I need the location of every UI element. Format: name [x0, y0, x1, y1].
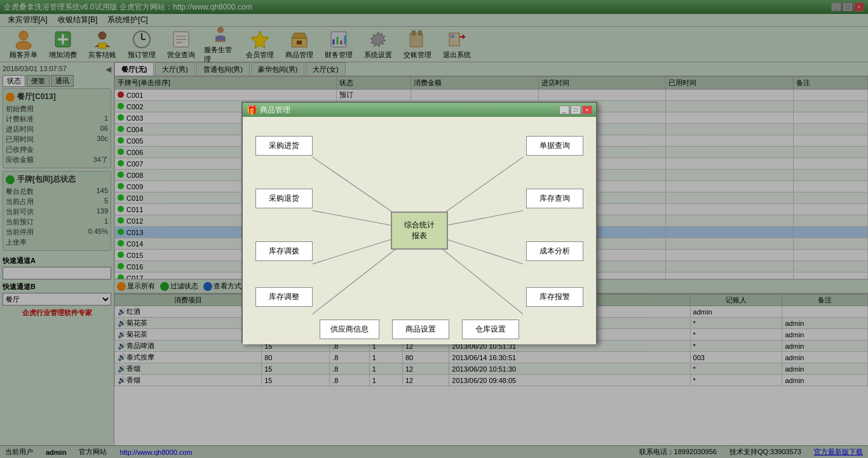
col-header-id: 手牌号[单击排序] — [115, 77, 337, 90]
doc-query-btn-label[interactable]: 单据查询 — [526, 136, 583, 156]
cell-consume-amount: 15 — [262, 375, 330, 386]
cell-remark — [793, 181, 867, 192]
menu-cashier[interactable]: 收银结算[B] — [53, 14, 103, 26]
toolbar-settings[interactable]: 系统设置 — [360, 27, 397, 62]
toolbar-biz-query[interactable]: 营业查询 — [163, 27, 200, 62]
tab-luxury-room-male[interactable]: 豪华包间(男) — [251, 62, 304, 76]
filter-status-btn[interactable]: 过滤状态 — [160, 281, 198, 291]
svg-rect-27 — [418, 30, 422, 36]
cell-consume-4: 1 — [369, 363, 402, 375]
cell-id: C001 — [115, 90, 337, 101]
room-section-title: 餐厅[C013] — [6, 91, 108, 102]
close-button[interactable]: × — [854, 3, 864, 11]
svg-rect-26 — [412, 30, 416, 36]
goods-settings-btn[interactable]: 商品设置 — [392, 320, 449, 339]
toolbar-waiter[interactable]: 服务生管理 — [202, 22, 239, 66]
toolbar-booking[interactable]: 预订管理 — [123, 27, 160, 62]
svg-rect-18 — [297, 41, 302, 44]
tab-comms[interactable]: 通讯 — [51, 75, 74, 87]
svg-point-14 — [217, 27, 224, 33]
modal-stock-transfer-btn[interactable]: 库存调拨 — [255, 241, 313, 261]
cell-usedtime — [666, 170, 794, 181]
modal-stock-adjust-btn[interactable]: 库存调整 — [255, 287, 313, 307]
stock-transfer-btn-label[interactable]: 库存调拨 — [255, 241, 313, 261]
supplier-info-btn[interactable]: 供应商信息 — [320, 320, 379, 339]
cell-consume-amount: 15 — [262, 363, 330, 375]
tab-normal-room-male[interactable]: 普通包间(男) — [196, 62, 250, 76]
consume-row[interactable]: 🔊香烟 15 .8 1 12 2013/06/20 10:51:30 * adm… — [115, 363, 868, 375]
svg-point-1 — [16, 41, 31, 50]
cell-remark — [793, 147, 867, 158]
modal-purchase-in-btn[interactable]: 采购进货 — [255, 136, 313, 156]
modal-controls[interactable]: _ □ × — [559, 105, 592, 114]
modal-center-btn[interactable]: 综合统计报表 — [391, 212, 448, 250]
toolbar: 顾客开单 增加消费 宾客结账 预订管理 营业查询 服务生管理 会员管理 — [0, 27, 868, 62]
toolbar-booking-label: 预订管理 — [128, 50, 156, 60]
modal-doc-query-btn[interactable]: 单据查询 — [526, 136, 583, 156]
view-mode-icon — [203, 282, 212, 291]
modal-maximize-btn[interactable]: □ — [571, 105, 581, 114]
quick-select-b[interactable]: 餐厅 — [3, 293, 111, 306]
col-header-intime: 进店时间 — [538, 77, 666, 90]
consume-row[interactable]: 🔊泰式按摩 80 .8 1 80 2013/06/14 16:30:51 003… — [115, 352, 868, 363]
cell-consume-item: 🔊香烟 — [115, 375, 262, 386]
status-support: 技术支持QQ:33903573 — [729, 447, 801, 457]
show-all-btn[interactable]: 显示所有 — [117, 281, 155, 291]
toolbar-open-guest[interactable]: 顾客开单 — [5, 27, 42, 62]
toolbar-member[interactable]: 会员管理 — [241, 27, 278, 62]
toolbar-checkout[interactable]: 宾客结账 — [84, 27, 121, 62]
goods-modal: 🎁 商品管理 _ □ × — [241, 102, 597, 343]
modal-stock-query-btn[interactable]: 库存查询 — [526, 189, 583, 208]
minimize-button[interactable]: _ — [831, 3, 841, 11]
toolbar-finance-label: 财务管理 — [325, 50, 353, 60]
tab-hall-female[interactable]: 大厅(女) — [306, 62, 345, 76]
modal-bottom-bar: 供应商信息 商品设置 仓库设置 — [243, 320, 596, 339]
tab-status[interactable]: 状态 — [3, 75, 25, 87]
toolbar-exit[interactable]: 退出系统 — [438, 27, 475, 62]
view-mode-btn[interactable]: 查看方式 — [203, 281, 241, 291]
warehouse-settings-btn[interactable]: 仓库设置 — [462, 320, 519, 339]
quick-input-a[interactable] — [3, 267, 111, 280]
cell-consume-item: 🔊红酒 — [115, 306, 262, 318]
modal-close-btn[interactable]: × — [582, 105, 592, 114]
purchase-in-btn-label[interactable]: 采购进货 — [255, 136, 313, 156]
cell-remark — [793, 215, 867, 227]
title-bar: 企虎桑拿洗浴管理系统v6.0试用版 企虎官方网站：http://www.qh80… — [0, 0, 868, 14]
modal-minimize-btn[interactable]: _ — [559, 105, 569, 114]
tab-dining-none[interactable]: 餐厅(无) — [114, 62, 154, 76]
quick-channel-b: 快速通道B 餐厅 — [3, 282, 111, 306]
btm-col-remark: 备注 — [782, 295, 868, 306]
menu-guest[interactable]: 来宾管理[A] — [3, 14, 53, 26]
modal-cost-analysis-btn[interactable]: 成本分析 — [526, 241, 583, 261]
tab-hall-male[interactable]: 大厅(男) — [155, 62, 194, 76]
btm-col-recorder: 记账人 — [690, 295, 782, 306]
room-status-section: 餐厅[C013] 初始费用 计费标准1 进店时间06 已用时间30c 已收押金 … — [3, 88, 111, 168]
modal-purchase-return-btn[interactable]: 采购退货 — [255, 189, 313, 208]
tab-note[interactable]: 便签 — [27, 75, 50, 87]
stock-query-btn-label[interactable]: 库存查询 — [526, 189, 583, 208]
consume-row[interactable]: 🔊香烟 15 .8 1 12 2013/06/20 09:48:05 * adm… — [115, 375, 868, 386]
menu-bar: 来宾管理[A] 收银结算[B] 系统维护[C] — [0, 14, 868, 27]
toolbar-add-consume[interactable]: 增加消费 — [44, 27, 81, 62]
exit-icon — [447, 29, 467, 50]
stock-adjust-btn-label[interactable]: 库存调整 — [255, 287, 313, 307]
cell-consume-4: 1 — [369, 375, 402, 386]
toolbar-handover[interactable]: 交账管理 — [399, 27, 436, 62]
stock-alert-btn-label[interactable]: 库存报警 — [526, 287, 583, 307]
cost-analysis-btn-label[interactable]: 成本分析 — [526, 241, 583, 261]
toolbar-goods[interactable]: 商品管理 — [281, 27, 318, 62]
show-all-icon — [117, 282, 126, 291]
table-row[interactable]: C001 预订 — [115, 90, 868, 101]
toolbar-finance[interactable]: 财务管理 — [320, 27, 357, 62]
cell-consume-remark: admin — [782, 318, 868, 329]
modal-body: 综合统计报表 采购进货 采购退货 库存调拨 库存调整 单据查询 库存查询 — [243, 117, 596, 344]
nav-arrow[interactable]: ◀ — [105, 65, 111, 74]
maximize-button[interactable]: □ — [843, 3, 853, 11]
window-controls[interactable]: _ □ × — [831, 3, 864, 11]
modal-stock-alert-btn[interactable]: 库存报警 — [526, 287, 583, 307]
menu-system[interactable]: 系统维护[C] — [102, 14, 153, 26]
purchase-return-btn-label[interactable]: 采购退货 — [255, 189, 313, 208]
svg-point-0 — [19, 31, 28, 40]
modal-title-bar: 🎁 商品管理 _ □ × — [243, 103, 596, 117]
goods-icon — [289, 29, 309, 50]
